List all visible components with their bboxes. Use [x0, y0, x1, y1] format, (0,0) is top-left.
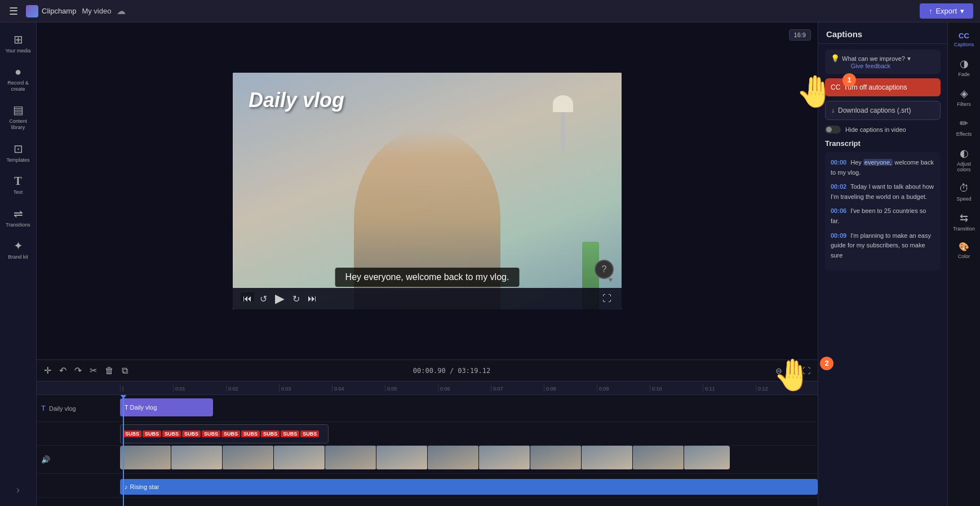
captions-panel-header: Captions: [818, 23, 947, 44]
video-thumb: [171, 446, 222, 469]
sidebar-item-transitions[interactable]: ⇌ Transitions: [2, 202, 34, 233]
track-row-subs: SUBS SUBS SUBS SUBS SUBS SUBS SUBS SUBS …: [37, 422, 818, 446]
export-button[interactable]: ↑ Export ▾: [920, 3, 973, 19]
download-captions-button[interactable]: ↓ Download captions (.srt): [825, 101, 941, 120]
transcript-entry-1: 00:02 Today I want to talk about how I'm…: [831, 182, 935, 202]
sidebar-item-your-media[interactable]: ⊞ Your media: [2, 28, 34, 59]
feedback-link[interactable]: Give feedback: [831, 63, 911, 69]
sidebar-item-templates[interactable]: ⊡ Templates: [2, 137, 34, 168]
far-right-item-fade[interactable]: ◑ Fade: [950, 53, 979, 82]
subs-clip[interactable]: SUBS SUBS SUBS SUBS SUBS SUBS SUBS SUBS …: [120, 424, 329, 443]
play-button[interactable]: ▶: [274, 290, 286, 307]
subs-badge: SUBS: [281, 430, 299, 437]
video-thumb: [633, 446, 684, 469]
transcript-entry-3: 00:09 I'm planning to make an easy guide…: [831, 231, 935, 261]
far-right-item-label: Speed: [956, 196, 971, 202]
brand-kit-icon: ✦: [14, 239, 23, 252]
video-preview[interactable]: Daily vlog Hey everyone, welcome back to…: [233, 73, 622, 309]
sidebar-item-text[interactable]: T Text: [2, 170, 34, 200]
select-tool-button[interactable]: ✛: [42, 363, 53, 378]
adjust-colors-icon: ◐: [960, 147, 969, 159]
subs-badge: SUBS: [123, 430, 141, 437]
ruler-mark: |: [120, 385, 173, 392]
sidebar-item-record-create[interactable]: ● Record & create: [2, 61, 34, 97]
sidebar-item-brand-kit[interactable]: ✦ Brand kit: [2, 234, 34, 265]
audio-clip[interactable]: ♪ Rising star: [120, 479, 818, 495]
ruler-mark: 0:11: [703, 385, 756, 392]
main-layout: ⊞ Your media ● Record & create ▤ Content…: [0, 23, 980, 506]
skip-back-button[interactable]: ⏮: [242, 292, 253, 305]
far-right-item-filters[interactable]: ◈ Filters: [950, 83, 979, 112]
transcript-box[interactable]: 00:00 Hey everyone, welcome back to my v…: [825, 152, 941, 270]
far-right-item-color[interactable]: 🎨 Color: [950, 237, 979, 264]
subs-badge: SUBS: [182, 430, 201, 437]
sidebar-item-content-library[interactable]: ▤ Content library: [2, 99, 34, 135]
fade-icon: ◑: [960, 57, 969, 70]
far-right-item-speed[interactable]: ⏱ Speed: [950, 178, 979, 206]
transcript-section: Transcript 00:00 Hey everyone, welcome b…: [825, 139, 941, 500]
video-thumb: [274, 446, 325, 469]
ruler-mark: 0:02: [226, 385, 279, 392]
track-content-title[interactable]: T Daily vlog: [120, 395, 818, 421]
video-preview-subtitle: Hey everyone, welcome back to my vlog.: [335, 268, 520, 287]
video-thumb: [428, 446, 478, 469]
left-sidebar: ⊞ Your media ● Record & create ▤ Content…: [0, 23, 37, 506]
ruler-mark: 0:05: [385, 385, 438, 392]
skip-forward-button[interactable]: ⏭: [307, 292, 318, 305]
track-content-audio[interactable]: ♪ Rising star: [120, 474, 818, 497]
preview-chevron-down-icon[interactable]: ▾: [609, 275, 613, 284]
playhead-top: [120, 395, 127, 399]
ruler-mark: 0:07: [491, 385, 544, 392]
aspect-ratio-badge[interactable]: 16:9: [789, 29, 811, 41]
far-right-item-effects[interactable]: ✏ Effects: [950, 113, 979, 141]
sidebar-item-label: Text: [14, 189, 23, 196]
cut-button[interactable]: ✂: [88, 363, 99, 378]
turn-off-autocaptions-button[interactable]: CC Turn off autocaptions: [825, 78, 941, 96]
video-title[interactable]: My video: [82, 7, 111, 15]
timeline-ruler: | 0:01 0:02 0:03 0:04 0:05 0:06 0:07 0:0…: [37, 381, 818, 395]
forward-5-button[interactable]: ↻: [291, 292, 301, 305]
export-icon: ↑: [929, 7, 933, 15]
undo-button[interactable]: ↶: [57, 363, 68, 378]
delete-button[interactable]: 🗑: [103, 364, 116, 378]
title-clip[interactable]: T Daily vlog: [120, 398, 213, 416]
zoom-in-button[interactable]: ⊕: [787, 365, 797, 377]
feedback-question: What can we improve?: [842, 55, 905, 62]
fit-timeline-button[interactable]: ⛶: [801, 365, 812, 377]
transitions-icon: ⇌: [14, 207, 23, 220]
chevron-down-icon: ▾: [907, 55, 911, 63]
download-icon: ↓: [831, 106, 835, 114]
far-right-item-captions[interactable]: CC Captions: [950, 27, 979, 52]
center-area: 16:9 Daily vlog Hey everyone, welcome ba…: [37, 23, 818, 506]
redo-button[interactable]: ↷: [73, 363, 83, 378]
logo-icon: [26, 5, 38, 17]
feedback-row: 💡 What can we improve? ▾ Give feedback: [825, 50, 941, 74]
effects-icon: ✏: [960, 117, 968, 130]
video-clip[interactable]: [120, 446, 730, 469]
sidebar-collapse-button[interactable]: ›: [12, 480, 24, 500]
speed-icon: ⏱: [959, 183, 969, 194]
track-content-video[interactable]: [120, 446, 818, 473]
subs-badge: SUBS: [241, 430, 260, 437]
app-logo: Clipchamp: [26, 5, 76, 17]
track-content-subs[interactable]: SUBS SUBS SUBS SUBS SUBS SUBS SUBS SUBS …: [120, 422, 818, 445]
volume-icon: 🔊: [41, 455, 50, 464]
rewind-5-button[interactable]: ↺: [259, 292, 268, 305]
music-icon: ♪: [125, 483, 128, 490]
preview-controls-bar: ⏮ ↺ ▶ ↻ ⏭ ⛶: [233, 288, 622, 309]
video-thumb: [582, 446, 632, 469]
far-right-item-label: Color: [958, 254, 970, 259]
preview-area: 16:9 Daily vlog Hey everyone, welcome ba…: [37, 23, 818, 359]
zoom-out-button[interactable]: ⊖: [774, 365, 784, 377]
ruler-mark: 0:06: [438, 385, 491, 392]
hamburger-button[interactable]: ☰: [7, 3, 20, 20]
duplicate-button[interactable]: ⧉: [120, 364, 130, 378]
subs-badge: SUBS: [221, 430, 240, 437]
transition-icon: ⇆: [960, 212, 968, 224]
far-right-item-transition[interactable]: ⇆ Transition: [950, 207, 979, 236]
fullscreen-button[interactable]: ⛶: [601, 292, 613, 305]
hide-captions-toggle[interactable]: [825, 126, 841, 134]
playhead: [123, 395, 124, 506]
far-right-item-adjust-colors[interactable]: ◐ Adjust colors: [950, 143, 979, 177]
topbar: ☰ Clipchamp My video ☁ ↑ Export ▾: [0, 0, 980, 23]
